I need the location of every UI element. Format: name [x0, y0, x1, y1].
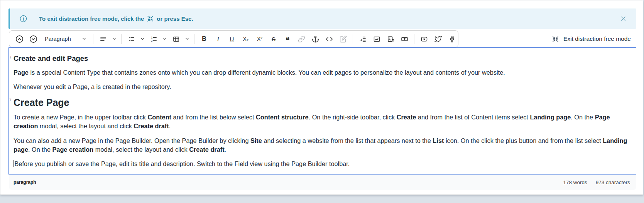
compress-icon: [147, 15, 154, 22]
move-down-icon: [29, 35, 37, 43]
bulleted-list-icon: [128, 35, 135, 43]
strikethrough-button[interactable]: S: [267, 33, 280, 45]
anchor-icon: [312, 35, 319, 43]
numbered-list-button[interactable]: [147, 33, 160, 45]
insert-image-button[interactable]: [370, 33, 383, 45]
code-icon: [326, 35, 333, 43]
exit-distraction-free-label: Exit distraction free mode: [563, 35, 631, 42]
bulleted-list-dropdown-button[interactable]: [139, 33, 146, 45]
twitter-button[interactable]: [431, 33, 445, 45]
editor-heading[interactable]: ⁊Create and edit Pages: [14, 54, 631, 63]
editor-toolbar: Paragraph B I U X₂ X² S ❝: [9, 30, 458, 47]
exit-distraction-free-button[interactable]: Exit distraction free mode: [552, 35, 636, 43]
heading-marker-icon: ⁊: [9, 97, 11, 102]
image-upload-icon: [387, 35, 394, 43]
underline-icon: U: [230, 36, 234, 42]
insert-table-button[interactable]: [169, 33, 183, 45]
youtube-button[interactable]: [418, 33, 431, 45]
link-icon: [298, 35, 305, 43]
facebook-icon: [448, 35, 456, 43]
input-field-button[interactable]: [398, 33, 411, 45]
superscript-button[interactable]: X²: [253, 33, 266, 45]
align-left-icon: [100, 35, 107, 43]
underline-button[interactable]: U: [225, 33, 238, 45]
status-bar: paragraph 178 words 973 characters: [9, 174, 636, 190]
editor-window: To exit distraction free mode, click the…: [0, 0, 643, 195]
info-banner: To exit distraction free mode, click the…: [8, 8, 636, 29]
rich-text-editor[interactable]: ⁊Create and edit PagesPage is a special …: [8, 47, 636, 174]
upload-image-button[interactable]: [384, 33, 397, 45]
chevron-down-icon: [162, 37, 167, 41]
chevron-down-icon: [82, 37, 86, 41]
banner-text-before: To exit distraction free mode, click the: [39, 15, 144, 22]
editor-paragraph[interactable]: Page is a special Content Type that cont…: [14, 68, 631, 77]
editor-paragraph[interactable]: To create a new Page, in the upper toolb…: [14, 113, 631, 131]
editor-paragraph[interactable]: Before you publish or save the Page, edi…: [14, 159, 631, 168]
code-button[interactable]: [323, 33, 336, 45]
bold-icon: B: [202, 36, 206, 42]
banner-text-after: or press Esc.: [157, 15, 193, 22]
paragraph-style-value: Paragraph: [45, 36, 71, 42]
toolbar-separator: [194, 34, 194, 44]
text-cursor: [14, 160, 14, 167]
facebook-button[interactable]: [445, 33, 458, 45]
move-up-button[interactable]: [13, 33, 26, 45]
source-editing-button[interactable]: [336, 33, 350, 45]
chevron-down-icon: [112, 37, 117, 41]
toolbar-separator: [414, 34, 414, 44]
block-quote-button[interactable]: ❝: [281, 33, 294, 45]
anchor-button[interactable]: [309, 33, 322, 45]
close-icon[interactable]: [618, 13, 629, 24]
image-icon: [373, 35, 380, 43]
distraction-free-editor-screen: To exit distraction free mode, click the…: [0, 0, 644, 203]
chevron-down-icon: [140, 37, 145, 41]
twitter-icon: [434, 35, 442, 43]
chevron-down-icon: [185, 37, 189, 41]
superscript-icon: X²: [257, 36, 262, 42]
numbered-list-dropdown-button[interactable]: [161, 33, 169, 45]
strikethrough-icon: S: [272, 36, 276, 42]
italic-button[interactable]: I: [211, 33, 225, 45]
link-button[interactable]: [295, 33, 308, 45]
editor-paragraph[interactable]: Whenever you edit a Page, a is created i…: [14, 82, 631, 91]
word-count: 178 words: [563, 180, 587, 185]
toolbar-separator: [93, 34, 93, 44]
input-field-icon: [401, 35, 408, 43]
info-circle-icon: [19, 15, 27, 23]
italic-icon: I: [217, 36, 219, 42]
bold-button[interactable]: B: [198, 33, 211, 45]
youtube-icon: [421, 35, 428, 43]
table-icon: [172, 35, 180, 43]
subscript-icon: X₂: [243, 36, 249, 42]
edit-icon: [340, 35, 347, 43]
editor-heading[interactable]: ⁊Create Page: [14, 97, 631, 108]
block-quote-icon: ❝: [286, 35, 289, 42]
block-type-label: paragraph: [14, 180, 36, 185]
counts: 178 words 973 characters: [563, 180, 630, 185]
compress-icon: [552, 35, 559, 43]
bulleted-list-button[interactable]: [125, 33, 138, 45]
toolbar-row: Paragraph B I U X₂ X² S ❝: [9, 30, 636, 47]
move-down-button[interactable]: [27, 33, 40, 45]
text-alignment-button[interactable]: [96, 33, 110, 45]
editor-paragraph[interactable]: You can also add a new Page in the Page …: [14, 136, 631, 154]
move-up-icon: [15, 35, 24, 43]
numbered-list-icon: [150, 35, 157, 43]
character-count: 973 characters: [596, 180, 630, 185]
editor-content: ⁊Create and edit PagesPage is a special …: [14, 54, 631, 168]
text-alignment-dropdown-button[interactable]: [110, 33, 118, 45]
toolbar-separator: [121, 34, 122, 44]
paragraph-style-dropdown[interactable]: Paragraph: [41, 33, 90, 45]
toolbar-separator: [353, 34, 353, 44]
subscript-button[interactable]: X₂: [239, 33, 252, 45]
banner-message: To exit distraction free mode, click the…: [39, 15, 193, 22]
heading-marker-icon: ⁊: [9, 55, 11, 59]
insert-table-dropdown-button[interactable]: [183, 33, 191, 45]
insert-custom-tag-button[interactable]: [356, 33, 369, 45]
insert-block-icon: [359, 35, 367, 43]
